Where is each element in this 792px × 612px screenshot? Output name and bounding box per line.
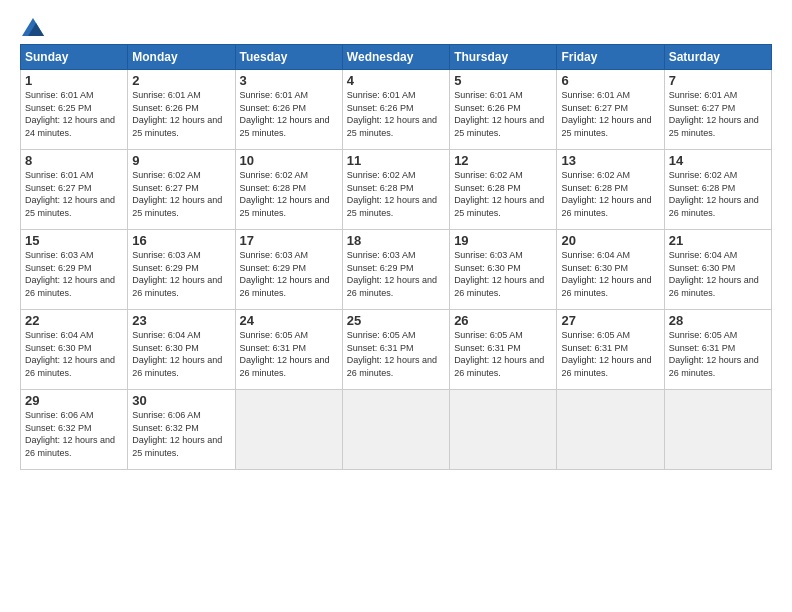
day-info: Sunrise: 6:01 AMSunset: 6:27 PMDaylight:…: [25, 169, 123, 219]
day-number: 22: [25, 313, 123, 328]
calendar-cell: 19Sunrise: 6:03 AMSunset: 6:30 PMDayligh…: [450, 230, 557, 310]
calendar-cell: 13Sunrise: 6:02 AMSunset: 6:28 PMDayligh…: [557, 150, 664, 230]
day-number: 13: [561, 153, 659, 168]
day-info: Sunrise: 6:02 AMSunset: 6:27 PMDaylight:…: [132, 169, 230, 219]
calendar-header-wednesday: Wednesday: [342, 45, 449, 70]
calendar-cell: 8Sunrise: 6:01 AMSunset: 6:27 PMDaylight…: [21, 150, 128, 230]
day-info: Sunrise: 6:02 AMSunset: 6:28 PMDaylight:…: [669, 169, 767, 219]
calendar-header-tuesday: Tuesday: [235, 45, 342, 70]
calendar-header-monday: Monday: [128, 45, 235, 70]
calendar-header-row: SundayMondayTuesdayWednesdayThursdayFrid…: [21, 45, 772, 70]
calendar-week-2: 8Sunrise: 6:01 AMSunset: 6:27 PMDaylight…: [21, 150, 772, 230]
day-number: 7: [669, 73, 767, 88]
day-number: 23: [132, 313, 230, 328]
calendar-cell: 20Sunrise: 6:04 AMSunset: 6:30 PMDayligh…: [557, 230, 664, 310]
day-info: Sunrise: 6:04 AMSunset: 6:30 PMDaylight:…: [25, 329, 123, 379]
calendar-cell: 16Sunrise: 6:03 AMSunset: 6:29 PMDayligh…: [128, 230, 235, 310]
calendar-cell: 30Sunrise: 6:06 AMSunset: 6:32 PMDayligh…: [128, 390, 235, 470]
day-info: Sunrise: 6:06 AMSunset: 6:32 PMDaylight:…: [25, 409, 123, 459]
calendar-cell: 5Sunrise: 6:01 AMSunset: 6:26 PMDaylight…: [450, 70, 557, 150]
day-number: 27: [561, 313, 659, 328]
day-info: Sunrise: 6:01 AMSunset: 6:27 PMDaylight:…: [561, 89, 659, 139]
calendar-cell: 10Sunrise: 6:02 AMSunset: 6:28 PMDayligh…: [235, 150, 342, 230]
day-info: Sunrise: 6:06 AMSunset: 6:32 PMDaylight:…: [132, 409, 230, 459]
logo: [20, 18, 44, 36]
day-number: 20: [561, 233, 659, 248]
day-number: 24: [240, 313, 338, 328]
day-number: 25: [347, 313, 445, 328]
day-number: 10: [240, 153, 338, 168]
calendar-cell: [342, 390, 449, 470]
calendar-header-friday: Friday: [557, 45, 664, 70]
day-number: 16: [132, 233, 230, 248]
calendar-cell: [450, 390, 557, 470]
calendar-header-saturday: Saturday: [664, 45, 771, 70]
day-number: 8: [25, 153, 123, 168]
day-info: Sunrise: 6:02 AMSunset: 6:28 PMDaylight:…: [240, 169, 338, 219]
day-number: 4: [347, 73, 445, 88]
calendar-cell: 15Sunrise: 6:03 AMSunset: 6:29 PMDayligh…: [21, 230, 128, 310]
day-info: Sunrise: 6:05 AMSunset: 6:31 PMDaylight:…: [347, 329, 445, 379]
day-number: 19: [454, 233, 552, 248]
calendar-cell: 2Sunrise: 6:01 AMSunset: 6:26 PMDaylight…: [128, 70, 235, 150]
calendar-cell: 24Sunrise: 6:05 AMSunset: 6:31 PMDayligh…: [235, 310, 342, 390]
day-number: 12: [454, 153, 552, 168]
day-info: Sunrise: 6:01 AMSunset: 6:26 PMDaylight:…: [454, 89, 552, 139]
day-info: Sunrise: 6:04 AMSunset: 6:30 PMDaylight:…: [669, 249, 767, 299]
day-info: Sunrise: 6:02 AMSunset: 6:28 PMDaylight:…: [454, 169, 552, 219]
calendar-cell: 3Sunrise: 6:01 AMSunset: 6:26 PMDaylight…: [235, 70, 342, 150]
calendar-cell: 28Sunrise: 6:05 AMSunset: 6:31 PMDayligh…: [664, 310, 771, 390]
calendar-header-sunday: Sunday: [21, 45, 128, 70]
day-number: 30: [132, 393, 230, 408]
day-info: Sunrise: 6:05 AMSunset: 6:31 PMDaylight:…: [561, 329, 659, 379]
day-number: 2: [132, 73, 230, 88]
calendar-cell: [664, 390, 771, 470]
calendar-cell: 17Sunrise: 6:03 AMSunset: 6:29 PMDayligh…: [235, 230, 342, 310]
day-info: Sunrise: 6:03 AMSunset: 6:30 PMDaylight:…: [454, 249, 552, 299]
day-info: Sunrise: 6:03 AMSunset: 6:29 PMDaylight:…: [132, 249, 230, 299]
day-number: 11: [347, 153, 445, 168]
day-info: Sunrise: 6:01 AMSunset: 6:25 PMDaylight:…: [25, 89, 123, 139]
calendar-cell: 29Sunrise: 6:06 AMSunset: 6:32 PMDayligh…: [21, 390, 128, 470]
calendar-cell: 25Sunrise: 6:05 AMSunset: 6:31 PMDayligh…: [342, 310, 449, 390]
header: [20, 18, 772, 36]
day-number: 1: [25, 73, 123, 88]
day-number: 15: [25, 233, 123, 248]
day-info: Sunrise: 6:01 AMSunset: 6:26 PMDaylight:…: [240, 89, 338, 139]
day-number: 14: [669, 153, 767, 168]
calendar-cell: 11Sunrise: 6:02 AMSunset: 6:28 PMDayligh…: [342, 150, 449, 230]
calendar: SundayMondayTuesdayWednesdayThursdayFrid…: [20, 44, 772, 470]
calendar-week-4: 22Sunrise: 6:04 AMSunset: 6:30 PMDayligh…: [21, 310, 772, 390]
calendar-cell: 26Sunrise: 6:05 AMSunset: 6:31 PMDayligh…: [450, 310, 557, 390]
day-info: Sunrise: 6:03 AMSunset: 6:29 PMDaylight:…: [240, 249, 338, 299]
day-info: Sunrise: 6:04 AMSunset: 6:30 PMDaylight:…: [132, 329, 230, 379]
day-number: 5: [454, 73, 552, 88]
calendar-cell: 23Sunrise: 6:04 AMSunset: 6:30 PMDayligh…: [128, 310, 235, 390]
calendar-header-thursday: Thursday: [450, 45, 557, 70]
calendar-cell: [235, 390, 342, 470]
day-number: 3: [240, 73, 338, 88]
day-number: 21: [669, 233, 767, 248]
calendar-week-1: 1Sunrise: 6:01 AMSunset: 6:25 PMDaylight…: [21, 70, 772, 150]
day-info: Sunrise: 6:02 AMSunset: 6:28 PMDaylight:…: [347, 169, 445, 219]
day-number: 18: [347, 233, 445, 248]
day-info: Sunrise: 6:05 AMSunset: 6:31 PMDaylight:…: [454, 329, 552, 379]
calendar-cell: 18Sunrise: 6:03 AMSunset: 6:29 PMDayligh…: [342, 230, 449, 310]
calendar-cell: 4Sunrise: 6:01 AMSunset: 6:26 PMDaylight…: [342, 70, 449, 150]
calendar-week-5: 29Sunrise: 6:06 AMSunset: 6:32 PMDayligh…: [21, 390, 772, 470]
logo-icon: [22, 18, 44, 36]
day-number: 6: [561, 73, 659, 88]
day-info: Sunrise: 6:04 AMSunset: 6:30 PMDaylight:…: [561, 249, 659, 299]
calendar-week-3: 15Sunrise: 6:03 AMSunset: 6:29 PMDayligh…: [21, 230, 772, 310]
day-info: Sunrise: 6:01 AMSunset: 6:26 PMDaylight:…: [347, 89, 445, 139]
calendar-cell: 22Sunrise: 6:04 AMSunset: 6:30 PMDayligh…: [21, 310, 128, 390]
day-info: Sunrise: 6:02 AMSunset: 6:28 PMDaylight:…: [561, 169, 659, 219]
day-info: Sunrise: 6:03 AMSunset: 6:29 PMDaylight:…: [347, 249, 445, 299]
calendar-cell: [557, 390, 664, 470]
day-number: 28: [669, 313, 767, 328]
day-info: Sunrise: 6:05 AMSunset: 6:31 PMDaylight:…: [240, 329, 338, 379]
calendar-cell: 9Sunrise: 6:02 AMSunset: 6:27 PMDaylight…: [128, 150, 235, 230]
day-info: Sunrise: 6:05 AMSunset: 6:31 PMDaylight:…: [669, 329, 767, 379]
calendar-cell: 6Sunrise: 6:01 AMSunset: 6:27 PMDaylight…: [557, 70, 664, 150]
calendar-cell: 14Sunrise: 6:02 AMSunset: 6:28 PMDayligh…: [664, 150, 771, 230]
